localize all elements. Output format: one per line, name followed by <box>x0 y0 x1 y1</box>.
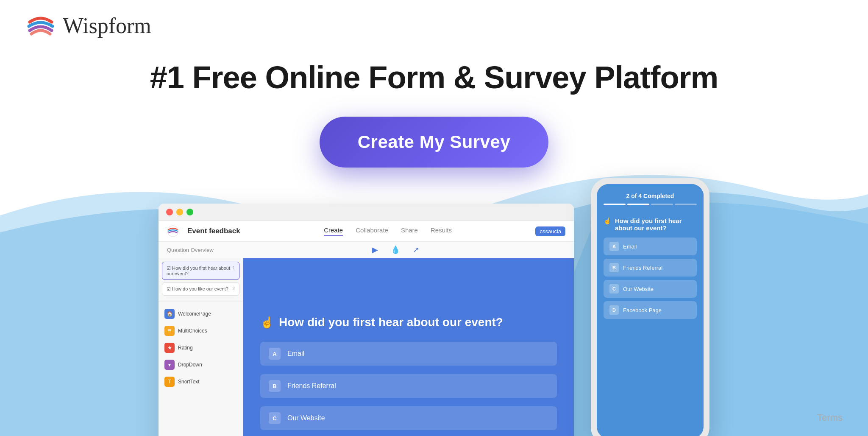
progress-seg-3 <box>651 204 673 205</box>
play-icon[interactable]: ▶ <box>372 245 378 254</box>
phone-question-text: ☝ How did you first hear about our event… <box>604 217 697 232</box>
component-shorttext[interactable]: T ShortText <box>162 373 239 390</box>
subtoolbar-icons: ▶ 💧 ↗ <box>226 245 565 254</box>
share-icon[interactable]: ↗ <box>413 245 419 254</box>
phone-option-b-text: Friends Referral <box>623 265 662 271</box>
component-welcomepage[interactable]: 🏠 WelcomePage <box>162 305 239 322</box>
component-dropdown[interactable]: ▼ DropDown <box>162 356 239 373</box>
phone-progress-area: 2 of 4 Completed <box>597 184 704 210</box>
desktop-body: 1 ☑ How did you first hear about our eve… <box>159 258 574 436</box>
phone-mockup: 2 of 4 Completed ☝ How did you first hea… <box>591 178 709 436</box>
progress-bar <box>604 204 697 205</box>
phone-option-c-letter: C <box>609 284 619 293</box>
multichoices-icon: ≡ <box>164 326 175 336</box>
phone-question-label: How did you first hear about our event? <box>615 217 697 232</box>
toolbar: Event feedback Create Collaborate Share … <box>159 221 574 242</box>
tab-create[interactable]: Create <box>324 226 343 236</box>
phone-option-b-letter: B <box>609 263 619 272</box>
phone-question-area: ☝ How did you first hear about our event… <box>597 210 704 329</box>
phone-option-d-text: Facebook Page <box>623 307 662 313</box>
main-canvas: ☝ How did you first hear about our event… <box>243 258 574 436</box>
shorttext-label: ShortText <box>178 379 200 385</box>
question-heading: ☝ How did you first hear about our event… <box>260 316 557 329</box>
phone-cursor-icon: ☝ <box>604 217 612 225</box>
hero-section: #1 Free Online Form & Survey Platform Cr… <box>0 51 868 168</box>
overview-label: Question Overview <box>167 247 214 253</box>
question-text: How did you first hear about our event? <box>279 316 503 329</box>
sidebar-q1-num: 1 <box>232 266 235 270</box>
terms-link[interactable]: Terms <box>817 412 843 423</box>
sidebar: 1 ☑ How did you first hear about our eve… <box>159 258 243 436</box>
logo-wrapper[interactable]: Wispform <box>25 10 151 41</box>
option-c[interactable]: C Our Website <box>260 406 557 430</box>
sidebar-questions: 1 ☑ How did you first hear about our eve… <box>159 258 243 302</box>
welcomepage-label: WelcomePage <box>178 311 211 317</box>
dot-close[interactable] <box>166 209 173 215</box>
component-multichoices[interactable]: ≡ MultiChoices <box>162 322 239 339</box>
option-c-text: Our Website <box>287 414 325 422</box>
sidebar-question-2[interactable]: 2 ☑ How do you like our event? <box>162 282 239 296</box>
phone-option-d-letter: D <box>609 305 619 315</box>
progress-seg-2 <box>627 204 649 205</box>
progress-seg-4 <box>675 204 697 205</box>
option-b-text: Friends Referral <box>287 382 336 390</box>
tab-results[interactable]: Results <box>431 226 452 236</box>
sidebar-q2-num: 2 <box>232 286 235 291</box>
phone-inner: 2 of 4 Completed ☝ How did you first hea… <box>597 184 704 436</box>
option-a-text: Email <box>287 350 304 358</box>
sidebar-question-1[interactable]: 1 ☑ How did you first hear about our eve… <box>162 262 239 280</box>
header: Wispform <box>0 0 868 51</box>
subtoolbar: Question Overview ▶ 💧 ↗ <box>159 242 574 258</box>
titlebar <box>159 204 574 221</box>
phone-option-c[interactable]: C Our Website <box>604 280 697 298</box>
option-a[interactable]: A Email <box>260 342 557 366</box>
rating-label: Rating <box>178 345 193 351</box>
desktop-mockup: Event feedback Create Collaborate Share … <box>159 204 574 436</box>
phone-option-d[interactable]: D Facebook Page <box>604 301 697 319</box>
logo-icon <box>25 10 56 41</box>
phone-option-a-text: Email <box>623 243 637 250</box>
dot-maximize[interactable] <box>186 209 193 215</box>
user-badge[interactable]: cssaucla <box>535 226 565 236</box>
option-c-letter: C <box>269 412 281 424</box>
dropdown-label: DropDown <box>178 362 202 368</box>
welcomepage-icon: 🏠 <box>164 309 175 319</box>
progress-seg-1 <box>604 204 626 205</box>
shorttext-icon: T <box>164 377 175 387</box>
phone-option-c-text: Our Website <box>623 286 654 292</box>
content-area: Event feedback Create Collaborate Share … <box>0 153 868 436</box>
option-b[interactable]: B Friends Referral <box>260 374 557 398</box>
option-a-letter: A <box>269 348 281 360</box>
option-b-letter: B <box>269 380 281 392</box>
tab-collaborate[interactable]: Collaborate <box>356 226 388 236</box>
toolbar-logo <box>167 225 179 237</box>
tab-share[interactable]: Share <box>401 226 418 236</box>
rating-icon: ★ <box>164 343 175 353</box>
phone-option-a-letter: A <box>609 242 619 251</box>
cta-button[interactable]: Create My Survey <box>320 117 549 168</box>
phone-option-b[interactable]: B Friends Referral <box>604 259 697 277</box>
hero-title: #1 Free Online Form & Survey Platform <box>0 59 868 95</box>
brand-name: Wispform <box>63 13 151 38</box>
phone-option-a[interactable]: A Email <box>604 238 697 255</box>
dot-minimize[interactable] <box>176 209 183 215</box>
cursor-icon: ☝ <box>260 316 274 329</box>
drop-icon[interactable]: 💧 <box>391 245 400 254</box>
toolbar-tabs: Create Collaborate Share Results <box>249 226 527 236</box>
component-rating[interactable]: ★ Rating <box>162 339 239 356</box>
multichoices-label: MultiChoices <box>178 328 207 334</box>
sidebar-q1-text: ☑ How did you first hear about our event… <box>167 266 230 276</box>
sidebar-q2-text: ☑ How do you like our event? <box>167 286 228 291</box>
dropdown-icon: ▼ <box>164 360 175 370</box>
sidebar-components: 🏠 WelcomePage ≡ MultiChoices ★ Rating ▼ … <box>159 302 243 394</box>
progress-text: 2 of 4 Completed <box>604 193 697 199</box>
form-name: Event feedback <box>187 227 240 235</box>
